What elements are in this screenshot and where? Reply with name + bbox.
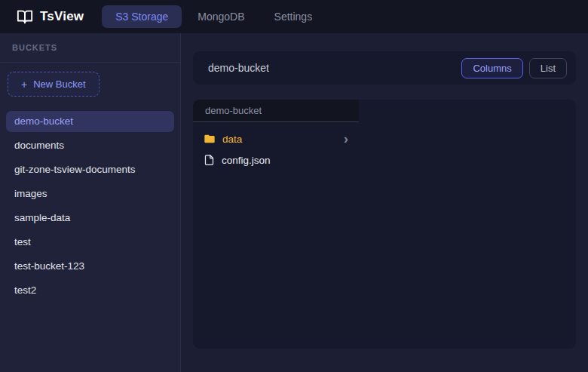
bucket-item-test2[interactable]: test2 [6,280,174,301]
new-bucket-label: New Bucket [33,78,85,90]
buckets-section-title: BUCKETS [12,43,57,52]
view-toggle: Columns List [461,58,567,78]
entry-file-config-json[interactable]: config.json [193,149,359,171]
navbar: TsView S3 Storage MongoDB Settings [0,0,588,33]
bucket-item-git-zone-tsview-documents[interactable]: git-zone-tsview-documents [6,159,174,180]
bucket-item-test[interactable]: test [6,232,174,253]
bucket-list: demo-bucket documents git-zone-tsview-do… [0,106,180,309]
column-header: demo-bucket [193,100,359,122]
tab-mongodb[interactable]: MongoDB [184,5,258,28]
columns-view-button[interactable]: Columns [461,58,522,78]
tab-s3-storage[interactable]: S3 Storage [102,5,182,28]
bucket-header-bar: demo-bucket Columns List [193,51,576,85]
file-browser-panel: demo-bucket data › [193,100,576,349]
entry-label: data [222,134,337,145]
buckets-sidebar: BUCKETS + New Bucket demo-bucket documen… [0,33,181,372]
sidebar-section-header: BUCKETS [0,33,180,63]
list-view-button[interactable]: List [529,58,567,78]
browser-column: demo-bucket data › [193,100,359,349]
tab-settings[interactable]: Settings [261,5,326,28]
nav-tabs: S3 Storage MongoDB Settings [102,5,326,28]
entry-label: config.json [222,155,348,166]
bucket-item-sample-data[interactable]: sample-data [6,208,174,229]
main-content: demo-bucket Columns List demo-bucket da [181,33,588,372]
plus-icon: + [21,79,27,90]
entry-folder-data[interactable]: data › [193,128,359,149]
bucket-item-test-bucket-123[interactable]: test-bucket-123 [6,256,174,277]
chevron-right-icon: › [344,131,348,146]
current-bucket-title: demo-bucket [208,62,461,74]
app-logo: TsView [17,8,84,25]
bucket-item-demo-bucket[interactable]: demo-bucket [6,111,174,132]
bucket-item-documents[interactable]: documents [6,135,174,156]
app-title: TsView [40,9,84,24]
new-bucket-button[interactable]: + New Bucket [8,72,100,97]
folder-icon [204,133,216,145]
bucket-item-images[interactable]: images [6,183,174,204]
file-icon [204,154,215,166]
book-open-icon [17,8,33,25]
